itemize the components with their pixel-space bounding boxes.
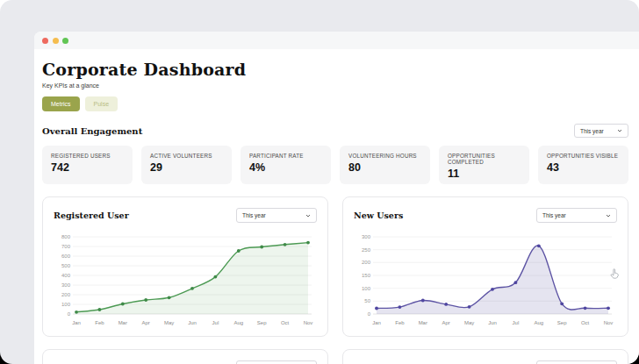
data-point[interactable] bbox=[284, 243, 287, 246]
chart-card-new-users: New Users This year 050100150200250300Ja… bbox=[342, 196, 628, 337]
x-tick-label: Mar bbox=[118, 320, 127, 325]
data-point[interactable] bbox=[144, 298, 147, 302]
chart-header: New Users This year bbox=[354, 208, 617, 223]
charts-row-bottom: Participation over time This year Comple… bbox=[42, 349, 628, 364]
charts-row-top: Registered User This year 01002003004005… bbox=[42, 196, 628, 337]
tab-metrics[interactable]: Metrics bbox=[42, 96, 80, 111]
kpi-label: Participant Rate bbox=[249, 153, 322, 159]
x-tick-label: Apr bbox=[142, 320, 150, 325]
data-point[interactable] bbox=[75, 310, 78, 314]
y-tick-label: 300 bbox=[362, 234, 371, 239]
x-tick-label: Jun bbox=[488, 320, 497, 325]
x-tick-label: Jan bbox=[72, 320, 81, 325]
kpi-label: Opportunities Completed bbox=[448, 153, 521, 165]
line-chart: 050100150200250300JanFebMarAprMayJunJulA… bbox=[354, 230, 617, 328]
kpi-label: Active Volunteers bbox=[150, 153, 223, 159]
data-point[interactable] bbox=[214, 275, 218, 279]
participation-period-select[interactable]: This year bbox=[236, 360, 317, 364]
y-tick-label: 800 bbox=[61, 234, 71, 239]
data-point[interactable] bbox=[121, 303, 125, 306]
x-tick-label: Jan bbox=[372, 320, 381, 325]
chart-svg: 050100150200250300JanFebMarAprMayJunJulA… bbox=[354, 230, 617, 328]
x-tick-label: Sep bbox=[257, 320, 267, 325]
data-point[interactable] bbox=[98, 308, 102, 311]
kpi-card-volunteering-hours: Volunteering Hours 80 bbox=[340, 146, 430, 184]
data-point[interactable] bbox=[375, 307, 378, 310]
registered-user-period-select[interactable]: This year bbox=[236, 208, 317, 223]
chart-title: Registered User bbox=[54, 211, 129, 220]
data-point[interactable] bbox=[306, 241, 310, 245]
data-point[interactable] bbox=[444, 303, 448, 306]
x-tick-label: Mar bbox=[419, 320, 427, 325]
minimize-window-button[interactable] bbox=[53, 38, 59, 44]
data-point[interactable] bbox=[237, 249, 241, 253]
period-value: This year bbox=[542, 212, 566, 218]
y-tick-label: 0 bbox=[368, 311, 371, 317]
area-fill bbox=[76, 243, 308, 314]
kpi-label: Volunteering Hours bbox=[348, 153, 421, 159]
x-tick-label: May bbox=[164, 320, 174, 325]
y-tick-label: 700 bbox=[61, 244, 71, 249]
page-subtitle: Key KPIs at a glance bbox=[42, 82, 628, 89]
overall-period-select[interactable]: This year bbox=[574, 124, 628, 138]
x-tick-label: Nov bbox=[304, 320, 313, 325]
kpi-value: 43 bbox=[547, 161, 620, 174]
data-point[interactable] bbox=[537, 244, 541, 247]
y-tick-label: 50 bbox=[364, 298, 370, 303]
kpi-value: 80 bbox=[348, 161, 421, 174]
data-point[interactable] bbox=[398, 305, 402, 309]
x-tick-label: Sep bbox=[557, 320, 567, 325]
chevron-down-icon bbox=[617, 129, 622, 132]
window-titlebar bbox=[34, 32, 639, 49]
data-point[interactable] bbox=[514, 281, 518, 284]
app-window: Corporate Dashboard Key KPIs at a glance… bbox=[34, 32, 639, 364]
kpi-value: 11 bbox=[448, 168, 521, 180]
screenshot-rounded-frame: Corporate Dashboard Key KPIs at a glance… bbox=[0, 0, 639, 364]
y-tick-label: 100 bbox=[61, 302, 71, 307]
period-value: This year bbox=[242, 212, 266, 218]
x-tick-label: Apr bbox=[442, 320, 450, 325]
x-tick-label: Feb bbox=[395, 320, 405, 325]
chart-card-registered-user: Registered User This year 01002003004005… bbox=[42, 196, 328, 337]
data-point[interactable] bbox=[607, 306, 610, 310]
x-tick-label: May bbox=[464, 320, 474, 325]
x-tick-label: Jul bbox=[212, 320, 219, 325]
chevron-down-icon bbox=[305, 214, 311, 218]
y-tick-label: 500 bbox=[61, 263, 71, 268]
kpi-value: 4% bbox=[249, 161, 322, 174]
tab-pulse[interactable]: Pulse bbox=[85, 96, 118, 111]
chevron-down-icon bbox=[606, 214, 611, 218]
data-point[interactable] bbox=[584, 306, 587, 310]
data-point[interactable] bbox=[560, 302, 564, 305]
x-tick-label: Aug bbox=[233, 320, 243, 325]
chart-header: Registered User This year bbox=[54, 208, 317, 223]
y-tick-label: 100 bbox=[362, 286, 371, 291]
data-point[interactable] bbox=[190, 287, 194, 290]
new-users-period-select[interactable]: This year bbox=[536, 208, 617, 223]
chart-title: New Users bbox=[354, 211, 403, 220]
completed-opportunities-period-select[interactable]: This year bbox=[536, 360, 617, 364]
data-point[interactable] bbox=[491, 288, 494, 291]
close-window-button[interactable] bbox=[42, 38, 48, 44]
data-point[interactable] bbox=[168, 296, 171, 299]
y-tick-label: 250 bbox=[362, 247, 371, 253]
x-tick-label: Jun bbox=[188, 320, 197, 325]
chart-header: Participation over time This year bbox=[54, 360, 317, 364]
y-tick-label: 400 bbox=[61, 273, 71, 278]
chart-header: Completed Opportunities Over Time This y… bbox=[354, 360, 617, 364]
data-point[interactable] bbox=[468, 305, 471, 309]
kpi-label: Registered Users bbox=[51, 153, 124, 159]
line-chart: 0100200300400500600700800JanFebMarAprMay… bbox=[54, 230, 317, 328]
y-tick-label: 0 bbox=[68, 311, 71, 317]
overall-period-value: This year bbox=[580, 128, 604, 134]
y-tick-label: 300 bbox=[61, 282, 71, 288]
kpi-card-registered-users: Registered Users 742 bbox=[42, 146, 133, 184]
data-point[interactable] bbox=[421, 299, 425, 303]
kpi-card-opportunities-completed: Opportunities Completed 11 bbox=[439, 146, 529, 184]
data-point[interactable] bbox=[260, 246, 263, 249]
section-header-row: Overall Engagement This year bbox=[42, 124, 628, 138]
chart-card-completed-opportunities: Completed Opportunities Over Time This y… bbox=[342, 349, 628, 364]
zoom-window-button[interactable] bbox=[62, 38, 68, 44]
y-tick-label: 600 bbox=[61, 253, 71, 259]
view-tabs: Metrics Pulse bbox=[42, 96, 628, 111]
